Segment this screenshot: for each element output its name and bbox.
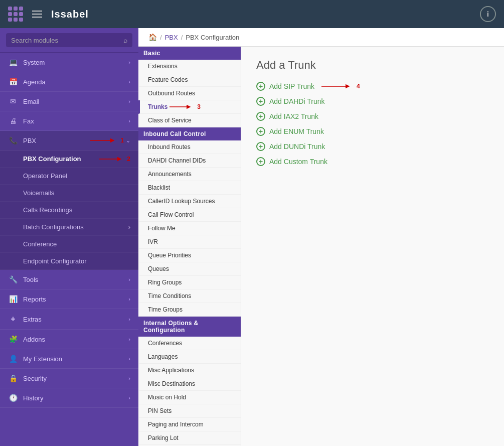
sidebar-subitem-voicemails[interactable]: Voicemails	[0, 185, 138, 202]
menu-link-dahdi-dids[interactable]: DAHDI Channel DIDs	[138, 154, 241, 168]
add-iax2-trunk-link[interactable]: + Add IAX2 Trunk	[256, 112, 489, 121]
sidebar-label-security: Security	[23, 375, 128, 382]
chevron-right-icon: ›	[128, 356, 130, 362]
add-dundi-trunk-link[interactable]: + Add DUNDi Trunk	[256, 142, 489, 151]
menu-section-internal: Internal Options & Configuration	[138, 317, 241, 337]
sidebar-item-email[interactable]: ✉ Email ›	[0, 92, 138, 111]
sidebar-subitem-batch-configs[interactable]: Batch Configurations ›	[0, 219, 138, 236]
menu-link-call-flow-control[interactable]: Call Flow Control	[138, 208, 241, 222]
sidebar-item-extras[interactable]: + Extras ›	[0, 309, 138, 330]
menu-link-languages[interactable]: Languages	[138, 350, 241, 364]
operator-panel-label: Operator Panel	[23, 172, 67, 180]
menu-link-parking-lot[interactable]: Parking Lot	[138, 431, 241, 445]
home-icon: 🏠	[148, 33, 157, 41]
chevron-right-icon: ›	[128, 223, 130, 231]
sidebar-subitem-operator-panel[interactable]: Operator Panel	[0, 168, 138, 185]
sip-trunk-row: + Add SIP Trunk	[256, 82, 489, 91]
menu-link-misc-dest[interactable]: Misc Destinations	[138, 377, 241, 391]
enum-trunk-label: Add ENUM Trunk	[269, 127, 324, 135]
menu-link-class-of-service[interactable]: Class of Service	[138, 114, 241, 127]
dundi-plus-icon: +	[256, 142, 265, 151]
annotation-label-4: 4	[357, 83, 360, 90]
menu-link-queue-priorities[interactable]: Queue Priorities	[138, 249, 241, 262]
hamburger-button[interactable]	[28, 9, 46, 20]
chevron-right-icon: ›	[128, 395, 130, 401]
sidebar-label-history: History	[23, 394, 128, 402]
sip-plus-icon: +	[256, 82, 265, 91]
sidebar-item-fax[interactable]: 🖨 Fax ›	[0, 111, 138, 131]
dundi-trunk-label: Add DUNDi Trunk	[269, 142, 325, 151]
sidebar-subitem-pbx-config[interactable]: PBX Configuration 2	[0, 151, 138, 168]
menu-link-ivr[interactable]: IVR	[138, 235, 241, 249]
menu-link-trunks[interactable]: Trunks 3	[138, 100, 241, 114]
sidebar-item-my-extension[interactable]: 👤 My Extension ›	[0, 349, 138, 369]
sidebar-subitem-calls-recordings[interactable]: Calls Recordings	[0, 202, 138, 219]
calls-recordings-label: Calls Recordings	[23, 206, 72, 214]
sidebar-label-fax: Fax	[23, 117, 128, 125]
chevron-down-icon: ⌄	[126, 137, 130, 144]
sidebar-label-system: System	[23, 59, 128, 66]
menu-link-callerid-lookup[interactable]: CallerID Lookup Sources	[138, 195, 241, 208]
search-icon[interactable]: ⌕	[123, 36, 127, 44]
sip-trunk-label: Add SIP Trunk	[269, 82, 314, 90]
annotation-label-3: 3	[197, 103, 201, 110]
annotation-arrow-3: 3	[170, 103, 201, 110]
menu-link-pin-sets[interactable]: PIN Sets	[138, 404, 241, 418]
sidebar-item-pbx[interactable]: 📞 PBX 1 ⌄	[0, 131, 138, 151]
iax2-plus-icon: +	[256, 112, 265, 121]
sidebar-item-security[interactable]: 🔒 Security ›	[0, 369, 138, 388]
menu-link-time-conditions[interactable]: Time Conditions	[138, 289, 241, 303]
breadcrumb-pbx[interactable]: PBX	[165, 34, 178, 41]
sidebar-item-history[interactable]: 🕐 History ›	[0, 388, 138, 408]
sidebar-item-tools[interactable]: 🔧 Tools ›	[0, 270, 138, 289]
sidebar-label-email: Email	[23, 98, 128, 105]
sidebar-label-extras: Extras	[23, 316, 128, 323]
dahdi-plus-icon: +	[256, 97, 265, 106]
search-input[interactable]	[11, 37, 123, 44]
breadcrumb-pbx-config: PBX Configuration	[186, 34, 239, 41]
dahdi-trunk-label: Add DAHDi Trunk	[269, 97, 324, 105]
chevron-right-icon: ›	[128, 316, 130, 322]
annotation-arrow-4: 4	[321, 83, 360, 90]
chevron-right-icon: ›	[128, 118, 130, 124]
agenda-icon: 📅	[8, 78, 18, 86]
menu-link-music-on-hold[interactable]: Music on Hold	[138, 391, 241, 404]
sidebar-item-agenda[interactable]: 📅 Agenda ›	[0, 72, 138, 92]
menu-link-queues[interactable]: Queues	[138, 262, 241, 276]
menu-link-announcements[interactable]: Announcements	[138, 168, 241, 181]
add-enum-trunk-link[interactable]: + Add ENUM Trunk	[256, 127, 489, 136]
my-extension-icon: 👤	[8, 355, 18, 363]
menu-link-time-groups[interactable]: Time Groups	[138, 303, 241, 317]
add-custom-trunk-link[interactable]: + Add Custom Trunk	[256, 157, 489, 166]
menu-link-extensions[interactable]: Extensions	[138, 60, 241, 73]
chevron-right-icon: ›	[128, 375, 130, 381]
sidebar-subitem-endpoint-config[interactable]: Endpoint Configurator	[0, 253, 138, 270]
custom-plus-icon: +	[256, 157, 265, 166]
enum-plus-icon: +	[256, 127, 265, 136]
sidebar-label-my-extension: My Extension	[23, 355, 128, 363]
menu-link-blacklist[interactable]: Blacklist	[138, 181, 241, 195]
menu-link-inbound-routes[interactable]: Inbound Routes	[138, 140, 241, 154]
add-dahdi-trunk-link[interactable]: + Add DAHDi Trunk	[256, 97, 489, 106]
menu-link-feature-codes[interactable]: Feature Codes	[138, 73, 241, 87]
sidebar-item-addons[interactable]: 🧩 Addons ›	[0, 330, 138, 349]
logo-icon	[8, 7, 23, 22]
menu-link-paging-intercom[interactable]: Paging and Intercom	[138, 418, 241, 431]
menu-link-ring-groups[interactable]: Ring Groups	[138, 276, 241, 289]
pbx-right-panel: Add a Trunk + Add SIP Trunk	[241, 47, 504, 446]
page-title: Add a Trunk	[256, 59, 489, 72]
voicemails-label: Voicemails	[23, 189, 54, 197]
menu-link-conferences[interactable]: Conferences	[138, 337, 241, 350]
menu-link-outbound-routes[interactable]: Outbound Routes	[138, 87, 241, 100]
menu-link-follow-me[interactable]: Follow Me	[138, 222, 241, 235]
breadcrumb-separator: /	[181, 34, 183, 41]
search-box: ⌕	[0, 28, 138, 53]
sidebar-subitem-conference[interactable]: Conference	[0, 236, 138, 253]
pbx-icon: 📞	[8, 136, 18, 144]
sidebar-item-reports[interactable]: 📊 Reports ›	[0, 289, 138, 309]
annotation-arrow-1: 1	[90, 136, 124, 144]
info-button[interactable]: i	[480, 6, 496, 22]
sidebar-item-system[interactable]: 💻 System ›	[0, 53, 138, 72]
menu-link-misc-apps[interactable]: Misc Applications	[138, 364, 241, 377]
add-sip-trunk-link[interactable]: + Add SIP Trunk	[256, 82, 314, 91]
